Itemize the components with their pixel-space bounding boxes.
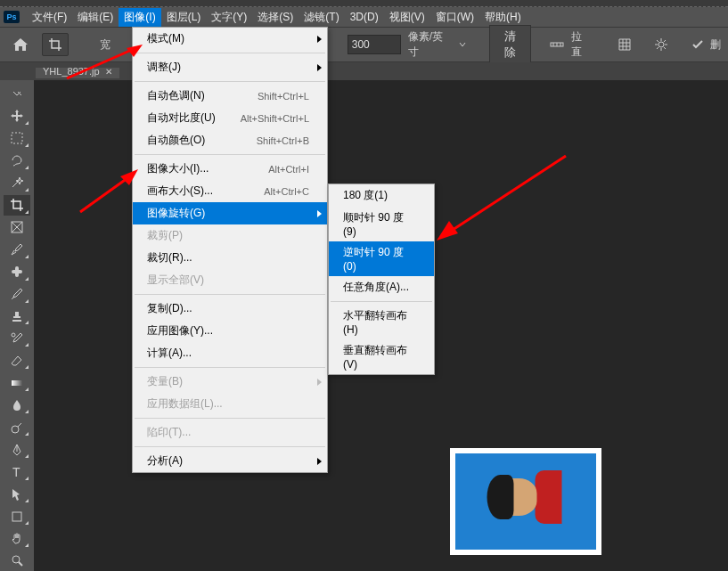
menu-apply-image[interactable]: 应用图像(Y)... bbox=[133, 320, 327, 342]
menu-auto-color[interactable]: 自动颜色(O)Shift+Ctrl+B bbox=[133, 129, 327, 151]
crop-tool[interactable] bbox=[4, 195, 30, 216]
straighten-label: 拉直 bbox=[571, 29, 592, 60]
straighten-icon[interactable] bbox=[550, 38, 563, 51]
lasso-tool[interactable] bbox=[4, 151, 30, 171]
rotate-180[interactable]: 180 度(1) bbox=[329, 184, 434, 207]
menu-mode[interactable]: 模式(M) bbox=[133, 28, 327, 50]
path-tool[interactable] bbox=[4, 484, 30, 504]
clear-button[interactable]: 清除 bbox=[489, 25, 531, 64]
flip-vertical[interactable]: 垂直翻转画布(V) bbox=[329, 339, 434, 374]
menu-image-size[interactable]: 图像大小(I)...Alt+Ctrl+I bbox=[133, 158, 327, 180]
eraser-tool[interactable] bbox=[4, 350, 30, 371]
menu-variables: 变量(B) bbox=[133, 371, 327, 393]
rotation-submenu: 180 度(1) 顺时针 90 度(9) 逆时针 90 度(0) 任意角度(A)… bbox=[328, 184, 435, 375]
svg-point-17 bbox=[12, 556, 20, 563]
menubar: Ps 文件(F) 编辑(E) 图像(I) 图层(L) 文字(Y) 选择(S) 滤… bbox=[0, 7, 728, 27]
menu-trap: 陷印(T)... bbox=[133, 421, 327, 444]
menu-file[interactable]: 文件(F) bbox=[27, 8, 72, 27]
menu-window[interactable]: 窗口(W) bbox=[430, 8, 479, 27]
svg-line-14 bbox=[18, 423, 21, 427]
grid-icon[interactable] bbox=[618, 37, 631, 52]
menu-help[interactable]: 帮助(H) bbox=[479, 8, 527, 27]
menu-auto-tone[interactable]: 自动色调(N)Shift+Ctrl+L bbox=[133, 85, 327, 107]
image-menu-dropdown: 模式(M) 调整(J) 自动色调(N)Shift+Ctrl+L 自动对比度(U)… bbox=[132, 27, 328, 473]
check-icon bbox=[691, 38, 703, 51]
menu-type[interactable]: 文字(Y) bbox=[206, 8, 252, 27]
move-tool[interactable] bbox=[4, 106, 30, 126]
rotate-arbitrary[interactable]: 任意角度(A)... bbox=[329, 276, 434, 298]
close-icon[interactable]: ✕ bbox=[105, 67, 112, 77]
menu-select[interactable]: 选择(S) bbox=[252, 8, 299, 27]
menu-auto-contrast[interactable]: 自动对比度(U)Alt+Shift+Ctrl+L bbox=[133, 107, 327, 129]
svg-point-13 bbox=[12, 426, 19, 433]
gradient-tool[interactable] bbox=[4, 372, 30, 393]
dodge-tool[interactable] bbox=[4, 417, 30, 437]
menu-layer[interactable]: 图层(L) bbox=[161, 8, 207, 27]
zoom-tool[interactable] bbox=[4, 551, 30, 571]
svg-point-4 bbox=[658, 42, 664, 47]
resolution-unit[interactable]: 像素/英寸 bbox=[408, 29, 452, 60]
shape-tool[interactable] bbox=[4, 506, 30, 526]
svg-line-18 bbox=[19, 562, 22, 566]
menu-crop: 裁剪(P) bbox=[133, 224, 327, 247]
rotate-90-cw[interactable]: 顺时针 90 度(9) bbox=[329, 207, 434, 241]
svg-rect-10 bbox=[15, 266, 19, 277]
hand-tool[interactable] bbox=[4, 528, 30, 549]
expand-icon[interactable] bbox=[4, 84, 30, 104]
menu-analysis[interactable]: 分析(A) bbox=[133, 450, 327, 472]
gear-icon[interactable] bbox=[654, 37, 667, 52]
menu-filter[interactable]: 滤镜(T) bbox=[299, 8, 344, 27]
menu-trim[interactable]: 裁切(R)... bbox=[133, 247, 327, 269]
svg-rect-5 bbox=[12, 133, 22, 143]
pen-tool[interactable] bbox=[4, 439, 30, 460]
tools-panel: T bbox=[0, 80, 34, 571]
marquee-tool[interactable] bbox=[4, 128, 30, 149]
svg-rect-16 bbox=[12, 512, 21, 521]
eyedropper-tool[interactable] bbox=[4, 240, 30, 260]
menu-edit[interactable]: 编辑(E) bbox=[72, 8, 119, 27]
magic-wand-tool[interactable] bbox=[4, 173, 30, 193]
stamp-tool[interactable] bbox=[4, 306, 30, 327]
delete-label: 删 bbox=[710, 37, 721, 53]
home-icon[interactable] bbox=[7, 32, 35, 57]
chevron-down-icon[interactable] bbox=[459, 41, 466, 48]
options-bar: 宽 米 像素/英寸 清除 拉直 删 bbox=[0, 27, 728, 62]
brush-tool[interactable] bbox=[4, 284, 30, 305]
rotate-90-ccw[interactable]: 逆时针 90 度(0) bbox=[329, 241, 434, 276]
menu-3d[interactable]: 3D(D) bbox=[345, 9, 384, 25]
svg-rect-12 bbox=[12, 380, 22, 386]
menu-calculations[interactable]: 计算(A)... bbox=[133, 342, 327, 364]
menu-apply-dataset: 应用数据组(L)... bbox=[133, 393, 327, 415]
menu-canvas-size[interactable]: 画布大小(S)...Alt+Ctrl+C bbox=[133, 180, 327, 202]
crop-tool-icon[interactable] bbox=[42, 33, 69, 56]
svg-point-11 bbox=[12, 333, 15, 337]
type-tool[interactable]: T bbox=[4, 461, 30, 482]
menu-adjustments[interactable]: 调整(J) bbox=[133, 56, 327, 78]
resolution-input[interactable] bbox=[348, 35, 401, 54]
blur-tool[interactable] bbox=[4, 395, 30, 415]
menu-view[interactable]: 视图(V) bbox=[384, 8, 430, 27]
canvas-image[interactable] bbox=[450, 448, 601, 555]
width-label: 宽 bbox=[100, 37, 110, 53]
menu-duplicate[interactable]: 复制(D)... bbox=[133, 298, 327, 320]
history-brush-tool[interactable] bbox=[4, 328, 30, 348]
ps-logo: Ps bbox=[4, 11, 20, 23]
menu-reveal-all: 显示全部(V) bbox=[133, 269, 327, 291]
flip-horizontal[interactable]: 水平翻转画布(H) bbox=[329, 305, 434, 339]
menu-image-rotation[interactable]: 图像旋转(G) bbox=[133, 202, 327, 224]
frame-tool[interactable] bbox=[4, 217, 30, 238]
svg-text:T: T bbox=[12, 465, 20, 479]
healing-tool[interactable] bbox=[4, 262, 30, 282]
menu-image[interactable]: 图像(I) bbox=[119, 8, 160, 27]
